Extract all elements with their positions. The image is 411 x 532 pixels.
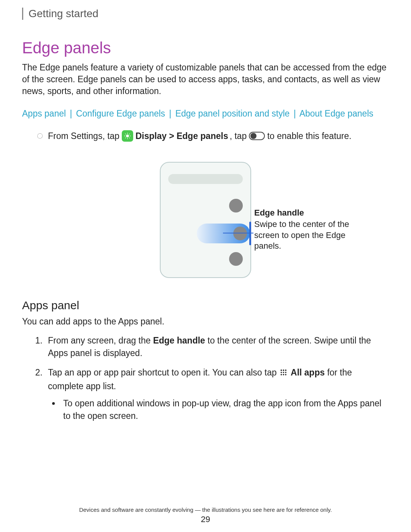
- page-number: 29: [0, 514, 411, 524]
- step-bold: Edge handle: [153, 335, 205, 345]
- callout-line: [223, 233, 253, 233]
- svg-line-7: [125, 138, 126, 139]
- illustration: Edge handle Swipe to the center of the s…: [22, 162, 389, 278]
- svg-line-6: [129, 138, 130, 139]
- svg-line-8: [129, 134, 130, 134]
- footer-note: Devices and software are constantly evol…: [0, 506, 411, 513]
- sub-list: To open additional windows in pop-up vie…: [60, 397, 389, 423]
- link-about-edge[interactable]: About Edge panels: [299, 109, 373, 118]
- link-separator: |: [169, 109, 171, 118]
- svg-line-5: [125, 134, 126, 134]
- callout: Edge handle Swipe to the center of the s…: [254, 208, 361, 252]
- edge-handle-pill: [197, 224, 250, 243]
- apps-panel-steps: From any screen, drag the Edge handle to…: [45, 334, 389, 423]
- step-bold: All apps: [291, 367, 325, 377]
- sub-item: To open additional windows in pop-up vie…: [60, 397, 389, 423]
- step-path: Display > Edge panels: [135, 129, 228, 143]
- link-configure-edge[interactable]: Configure Edge panels: [76, 109, 165, 118]
- app-dot: [233, 227, 247, 240]
- intro-paragraph: The Edge panels feature a variety of cus…: [22, 62, 389, 97]
- callout-title: Edge handle: [254, 208, 361, 219]
- apps-panel-heading: Apps panel: [22, 299, 389, 312]
- step-2: Tap an app or app pair shortcut to open …: [45, 366, 389, 422]
- device-frame: [160, 162, 251, 278]
- svg-point-9: [281, 370, 282, 371]
- step-text: Tap an app or app pair shortcut to open …: [48, 367, 277, 377]
- svg-point-17: [285, 374, 287, 375]
- app-dot: [229, 252, 243, 266]
- svg-point-12: [281, 372, 282, 374]
- link-separator: |: [294, 109, 296, 118]
- all-apps-icon: [280, 367, 287, 380]
- svg-point-0: [126, 135, 129, 138]
- step-1: From any screen, drag the Edge handle to…: [45, 334, 389, 360]
- page-title: Edge panels: [22, 39, 389, 57]
- callout-desc: Swipe to the center of the screen to ope…: [254, 219, 361, 252]
- link-apps-panel[interactable]: Apps panel: [22, 109, 66, 118]
- svg-point-11: [285, 370, 287, 371]
- section-links: Apps panel | Configure Edge panels | Edg…: [22, 109, 389, 119]
- svg-point-16: [283, 374, 285, 375]
- breadcrumb: Getting started: [22, 8, 389, 20]
- svg-point-10: [283, 370, 285, 371]
- svg-point-13: [283, 372, 285, 374]
- step-text: to enable this feature.: [267, 129, 351, 143]
- app-dot: [229, 199, 243, 212]
- bullet-icon: [37, 133, 43, 139]
- display-settings-icon: [122, 130, 133, 142]
- device-topbar: [168, 174, 243, 184]
- svg-point-15: [281, 374, 282, 375]
- link-position-style[interactable]: Edge panel position and style: [175, 109, 290, 118]
- enable-step: From Settings, tap Display > Edge panels…: [37, 129, 389, 143]
- link-separator: |: [70, 109, 72, 118]
- step-text: From any screen, drag the: [48, 335, 153, 345]
- step-text: From Settings, tap: [48, 129, 119, 143]
- step-text: , tap: [229, 129, 247, 143]
- toggle-icon: [249, 132, 265, 140]
- svg-point-14: [285, 372, 287, 374]
- apps-panel-intro: You can add apps to the Apps panel.: [22, 316, 389, 328]
- edge-handle-indicator: [249, 222, 251, 245]
